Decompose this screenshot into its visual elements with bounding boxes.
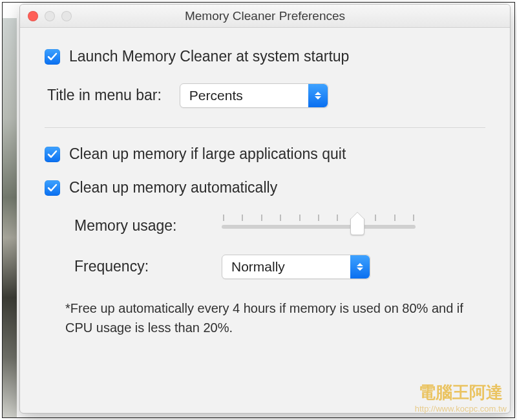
- zoom-icon[interactable]: [61, 11, 72, 21]
- slider-track: [222, 225, 416, 229]
- clean-on-quit-row: Clean up memory if large applications qu…: [45, 145, 485, 164]
- clean-auto-row: Clean up memory automatically: [45, 178, 485, 198]
- checkmark-icon: [47, 183, 58, 193]
- slider-tick: [261, 215, 262, 221]
- launch-at-startup-row: Launch Memory Cleaner at system startup: [45, 47, 485, 67]
- slider-tick: [280, 215, 281, 221]
- slider-tick: [394, 215, 396, 221]
- clean-on-quit-checkbox[interactable]: [45, 147, 60, 162]
- minimize-icon[interactable]: [45, 11, 55, 21]
- slider-tick: [223, 215, 224, 221]
- title-in-menu-bar-select[interactable]: Percents: [180, 83, 328, 108]
- content-area: Launch Memory Cleaner at system startup …: [20, 28, 510, 350]
- launch-at-startup-label: Launch Memory Cleaner at system startup: [69, 47, 349, 67]
- slider-thumb[interactable]: [350, 218, 364, 235]
- section-divider: [45, 127, 485, 128]
- desktop-wallpaper-strip: [3, 18, 17, 417]
- auto-clean-subgroup: Memory usage: Frequency: Normally: [74, 215, 485, 279]
- slider-tick: [337, 215, 338, 221]
- slider-tick: [299, 215, 301, 221]
- launch-at-startup-checkbox[interactable]: [45, 49, 60, 65]
- clean-on-quit-label: Clean up memory if large applications qu…: [69, 145, 346, 164]
- close-icon[interactable]: [28, 11, 38, 21]
- clean-auto-checkbox[interactable]: [45, 180, 60, 196]
- title-in-menu-bar-value: Percents: [189, 88, 243, 103]
- slider-tick: [242, 215, 243, 221]
- memory-usage-label: Memory usage:: [74, 217, 204, 235]
- preferences-window: Memory Cleaner Preferences Launch Memory…: [19, 4, 511, 414]
- select-stepper-icon: [350, 255, 370, 278]
- title-in-menu-bar-row: Title in menu bar: Percents: [47, 83, 485, 108]
- memory-usage-slider[interactable]: [222, 215, 416, 238]
- frequency-label: Frequency:: [74, 258, 204, 275]
- window-title: Memory Cleaner Preferences: [185, 9, 345, 23]
- slider-ticks: [222, 215, 416, 222]
- source-watermark: 電腦王阿達 http://www.kocpc.com.tw: [415, 381, 507, 414]
- frequency-row: Frequency: Normally: [74, 255, 485, 279]
- slider-tick: [318, 215, 319, 221]
- auto-clean-note: *Free up automatically every 4 hours if …: [65, 299, 481, 337]
- title-in-menu-bar-label: Title in menu bar:: [47, 87, 162, 104]
- watermark-url: http://www.kocpc.com.tw: [415, 404, 507, 414]
- clean-auto-label: Clean up memory automatically: [69, 178, 277, 198]
- frequency-select[interactable]: Normally: [222, 255, 370, 279]
- checkmark-icon: [47, 149, 58, 160]
- select-stepper-icon: [308, 84, 328, 107]
- titlebar: Memory Cleaner Preferences: [20, 5, 510, 28]
- memory-usage-row: Memory usage:: [74, 215, 485, 238]
- frequency-value: Normally: [231, 259, 285, 275]
- slider-tick: [375, 215, 376, 221]
- checkmark-icon: [47, 52, 58, 62]
- watermark-text: 電腦王阿達: [415, 381, 507, 404]
- traffic-lights: [28, 11, 72, 21]
- slider-tick: [413, 215, 414, 221]
